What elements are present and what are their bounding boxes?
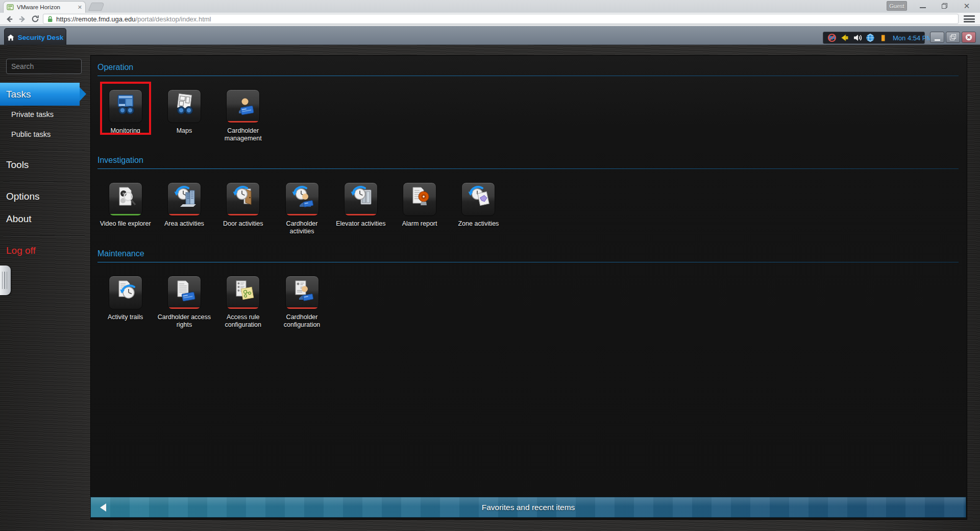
forward-icon[interactable] <box>16 13 28 25</box>
tile-label: Cardholder activities <box>274 220 331 235</box>
address-bar[interactable]: https://remote.fmd.uga.edu/portal/deskto… <box>43 14 959 24</box>
sidebar-item-options[interactable]: Options <box>0 191 87 202</box>
browser-menu-icon[interactable] <box>964 14 975 23</box>
workspace: Tasks Private tasks Public tasks Tools O… <box>0 45 980 531</box>
tile-edge-green <box>110 214 141 216</box>
access-rule-configuration-tile[interactable] <box>226 276 260 309</box>
task-cardholder-activities[interactable]: Cardholder activities <box>273 182 331 235</box>
task-activity-trails[interactable]: Activity trails <box>96 276 155 329</box>
sidebar-item-about[interactable]: About <box>0 213 87 225</box>
securitydesk-home-tab[interactable]: Security Desk <box>4 28 66 46</box>
megaphone-icon[interactable] <box>840 33 849 42</box>
section-underline <box>97 262 959 262</box>
zone-activities-icon <box>468 186 490 208</box>
task-elevator-activities[interactable]: Elevator activities <box>331 182 390 235</box>
sidebar-divider <box>3 182 85 183</box>
tile-row: MonitoringMapsCardholder management <box>96 89 959 142</box>
browser-close-button[interactable]: ✕ <box>958 0 976 11</box>
video-file-explorer-icon <box>115 186 137 208</box>
task-alarm-report[interactable]: Alarm report <box>390 182 449 235</box>
close-icon <box>965 33 973 41</box>
activity-trails-icon <box>115 279 137 302</box>
tab-close-icon[interactable]: ✕ <box>78 4 82 11</box>
tile-edge-red <box>228 121 258 123</box>
elevator-activities-tile[interactable] <box>344 182 378 216</box>
clock-text: Mon 4:54 PM <box>893 34 932 42</box>
favorites-bar-label: Favorites and recent items <box>91 503 966 512</box>
browser-tab-title: VMware Horizon <box>17 4 75 10</box>
task-cardholder-access-rights[interactable]: Cardholder access rights <box>155 276 213 329</box>
tile-label: Elevator activities <box>336 220 385 228</box>
sidebar-item-tools[interactable]: Tools <box>0 159 87 171</box>
camera-blocked-icon[interactable] <box>827 33 837 42</box>
task-monitoring[interactable]: Monitoring <box>96 89 155 142</box>
sidebar-item-tasks[interactable]: Tasks <box>0 83 80 106</box>
vmware-horizon-favicon <box>7 4 14 11</box>
tile-row: Video file explorerArea activitiesDoor a… <box>96 182 959 235</box>
cardholder-management-tile[interactable] <box>226 89 260 123</box>
securitydesk-tab-label: Security Desk <box>18 34 63 41</box>
sidebar-item-log-off[interactable]: Log off <box>0 245 87 256</box>
maps-tile[interactable] <box>167 89 201 123</box>
app-restore-button[interactable] <box>946 32 960 43</box>
task-cardholder-management[interactable]: Cardholder management <box>214 89 273 142</box>
task-zone-activities[interactable]: Zone activities <box>449 182 508 235</box>
tile-edge-red <box>169 307 200 309</box>
cardholder-activities-tile[interactable] <box>285 182 319 216</box>
level-indicator-icon[interactable] <box>878 33 888 42</box>
cardholder-activities-icon <box>291 186 314 208</box>
section-underline <box>97 168 959 169</box>
app-close-button[interactable] <box>962 32 976 43</box>
new-tab-button[interactable] <box>88 3 105 11</box>
tile-edge-red <box>287 307 317 309</box>
section-investigation: InvestigationVideo file explorerArea act… <box>97 156 959 235</box>
browser-minimize-button[interactable] <box>914 0 932 11</box>
back-icon[interactable] <box>3 13 15 25</box>
task-access-rule-configuration[interactable]: Access rule configuration <box>214 276 273 329</box>
area-activities-icon <box>174 186 196 208</box>
speaker-icon[interactable] <box>853 33 862 42</box>
alarm-report-icon <box>409 186 431 208</box>
area-activities-tile[interactable] <box>167 182 201 216</box>
browser-toolbar: https://remote.fmd.uga.edu/portal/deskto… <box>0 13 980 25</box>
tile-label: Cardholder access rights <box>156 313 213 329</box>
tile-label: Video file explorer <box>100 220 151 228</box>
cardholder-access-rights-tile[interactable] <box>167 276 201 309</box>
tile-label: Maps <box>177 127 192 135</box>
tile-label: Cardholder management <box>214 127 272 142</box>
browser-tab[interactable]: VMware Horizon ✕ <box>3 1 86 13</box>
guest-profile-badge[interactable]: Guest <box>887 1 907 11</box>
task-area-activities[interactable]: Area activities <box>155 182 213 235</box>
tile-row: Activity trailsCardholder access rightsA… <box>96 276 959 329</box>
tile-edge-red <box>228 214 258 216</box>
sidebar-item-public-tasks[interactable]: Public tasks <box>0 130 87 138</box>
globe-icon[interactable] <box>866 33 875 42</box>
section-operation: OperationMonitoringMapsCardholder manage… <box>97 63 959 142</box>
task-maps[interactable]: Maps <box>155 89 213 142</box>
alarm-report-tile[interactable] <box>403 182 436 216</box>
task-video-file-explorer[interactable]: Video file explorer <box>96 182 155 235</box>
cardholder-configuration-tile[interactable] <box>285 276 319 309</box>
tile-edge-red <box>346 214 376 216</box>
video-file-explorer-tile[interactable] <box>109 182 142 216</box>
favorites-bar[interactable]: Favorites and recent items <box>90 497 966 518</box>
door-activities-tile[interactable] <box>226 182 260 216</box>
sidebar-collapse-handle[interactable] <box>0 266 11 295</box>
tile-label: Activity trails <box>108 313 143 321</box>
url-host: https://remote.fmd.uga.edu <box>56 15 135 23</box>
app-minimize-button[interactable] <box>930 32 944 43</box>
browser-restore-button[interactable] <box>935 0 953 11</box>
refresh-icon[interactable] <box>29 13 41 25</box>
task-cardholder-configuration[interactable]: Cardholder configuration <box>273 276 331 329</box>
zone-activities-tile[interactable] <box>461 182 495 216</box>
elevator-activities-icon <box>350 186 373 208</box>
sidebar-divider <box>3 150 85 151</box>
sidebar-item-private-tasks[interactable]: Private tasks <box>0 110 87 118</box>
highlight-box <box>100 82 151 135</box>
activity-trails-tile[interactable] <box>109 276 142 309</box>
search-input[interactable] <box>6 59 82 74</box>
maps-icon <box>174 93 196 115</box>
https-padlock-icon <box>46 15 54 23</box>
task-door-activities[interactable]: Door activities <box>214 182 273 235</box>
browser-tab-strip: VMware Horizon ✕ Guest ✕ <box>0 0 980 13</box>
